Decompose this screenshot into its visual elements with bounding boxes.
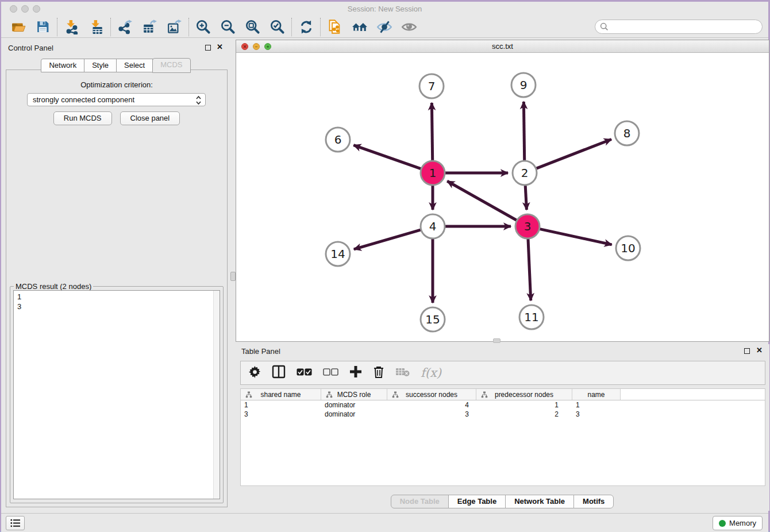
tab-motifs[interactable]: Motifs — [573, 495, 614, 508]
mcds-result-title: MCDS result (2 nodes) — [14, 282, 93, 291]
session-title: Session: New Session — [1, 5, 768, 13]
graph-edge-4-14[interactable] — [354, 230, 421, 249]
column-header-predecessor-nodes[interactable]: predecessor nodes — [476, 389, 572, 400]
table-row[interactable]: 3 dominator 3 2 3 — [241, 410, 765, 419]
float-table-panel-icon[interactable] — [744, 348, 750, 354]
result-line-2: 3 — [17, 302, 21, 311]
select-all-checks-icon[interactable] — [297, 368, 312, 378]
float-panel-icon[interactable] — [205, 45, 211, 51]
svg-text:14: 14 — [330, 247, 345, 261]
close-panel-icon[interactable]: ✕ — [217, 43, 223, 51]
duplicate-network-icon[interactable] — [322, 17, 347, 37]
export-image-icon[interactable] — [162, 17, 187, 37]
main-toolbar — [1, 16, 768, 38]
graph-node-9[interactable]: 9 — [511, 73, 536, 97]
search-input[interactable] — [595, 20, 763, 34]
import-network-icon[interactable] — [59, 17, 84, 37]
network-window-title: scc.txt — [236, 42, 769, 51]
function-builder-icon: f(x) — [421, 366, 441, 380]
tab-network-table[interactable]: Network Table — [505, 495, 574, 508]
graph-edge-2-9[interactable] — [523, 102, 524, 160]
mcds-result-textarea[interactable]: 13 — [13, 290, 220, 499]
zoom-in-icon[interactable] — [191, 17, 215, 37]
toolbar-separator — [291, 18, 292, 36]
svg-text:15: 15 — [425, 313, 440, 326]
svg-text:11: 11 — [524, 310, 538, 324]
optimization-criterion-label: Optimization criterion: — [6, 80, 227, 89]
node-table: shared name MCDS role successor nodes pr… — [240, 388, 765, 486]
tab-select[interactable]: Select — [116, 59, 153, 72]
graph-edge-2-8[interactable] — [537, 139, 611, 168]
control-panel: Control Panel ✕ NetworkStyleSelectMCDS O… — [3, 41, 229, 511]
result-line-1: 1 — [17, 292, 21, 301]
graph-edge-2-3[interactable] — [525, 186, 526, 210]
hierarchy-icon — [392, 391, 399, 398]
tab-node-table[interactable]: Node Table — [391, 495, 449, 508]
result-scrollbar[interactable] — [213, 291, 220, 499]
tab-network[interactable]: Network — [41, 59, 84, 72]
criterion-select[interactable]: strongly connected component — [27, 93, 206, 106]
svg-text:9: 9 — [520, 78, 528, 92]
run-mcds-button[interactable]: Run MCDS — [53, 111, 112, 125]
horizontal-splitter-handle[interactable] — [493, 338, 500, 343]
graph-node-10[interactable]: 10 — [616, 236, 640, 260]
zoom-selected-icon[interactable] — [265, 17, 290, 37]
vertical-splitter-handle[interactable] — [230, 272, 236, 281]
graph-node-3[interactable]: 3 — [515, 214, 540, 238]
network-canvas[interactable]: 1234678910111415 — [236, 53, 769, 341]
tab-style[interactable]: Style — [84, 59, 117, 72]
column-header-successor-nodes[interactable]: successor nodes — [387, 389, 476, 400]
toolbar-separator — [110, 18, 111, 36]
settings-gear-icon[interactable] — [249, 366, 261, 380]
memory-label: Memory — [729, 519, 756, 527]
add-column-icon[interactable] — [349, 365, 362, 380]
memory-button[interactable]: Memory — [713, 516, 763, 530]
graph-edge-1-7[interactable] — [432, 103, 432, 160]
column-header-mcds-role[interactable]: MCDS role — [321, 389, 387, 400]
graph-node-6[interactable]: 6 — [326, 128, 350, 152]
split-columns-icon[interactable] — [272, 365, 286, 381]
graph-edge-3-1[interactable] — [447, 181, 517, 220]
svg-text:6: 6 — [334, 133, 342, 147]
table-panel-title: Table Panel — [241, 347, 280, 356]
graph-node-15[interactable]: 15 — [421, 307, 445, 331]
home-views-icon[interactable] — [347, 17, 372, 37]
graph-node-4[interactable]: 4 — [421, 214, 445, 238]
svg-text:3: 3 — [524, 219, 532, 233]
graph-node-1[interactable]: 1 — [421, 161, 445, 185]
close-panel-button[interactable]: Close panel — [120, 111, 180, 125]
tab-edge-table[interactable]: Edge Table — [448, 495, 506, 508]
svg-text:1: 1 — [429, 166, 437, 180]
graph-node-14[interactable]: 14 — [326, 242, 350, 266]
hierarchy-icon — [245, 391, 252, 398]
save-session-icon[interactable] — [30, 17, 55, 37]
toolbar-separator — [320, 18, 321, 36]
zoom-fit-icon[interactable] — [240, 17, 265, 37]
graph-edge-1-6[interactable] — [353, 145, 421, 169]
network-window-titlebar[interactable]: ✕ − + scc.txt — [236, 40, 769, 53]
graph-node-8[interactable]: 8 — [615, 121, 639, 145]
graph-node-2[interactable]: 2 — [513, 161, 537, 185]
toolbar-search — [595, 20, 763, 34]
close-table-panel-icon[interactable]: ✕ — [756, 346, 763, 354]
delete-column-icon[interactable] — [373, 365, 384, 380]
graph-edge-3-11[interactable] — [528, 239, 531, 300]
hide-details-eye-icon[interactable] — [372, 17, 396, 37]
export-network-icon[interactable] — [113, 17, 137, 37]
table-row[interactable]: 1 dominator 4 1 1 — [241, 400, 765, 410]
column-header-name[interactable]: name — [572, 389, 621, 400]
export-table-icon[interactable] — [137, 17, 162, 37]
zoom-out-icon[interactable] — [215, 17, 240, 37]
graph-edge-3-10[interactable] — [540, 229, 611, 245]
task-history-button[interactable] — [6, 516, 25, 530]
graph-node-7[interactable]: 7 — [419, 74, 444, 98]
graph-node-11[interactable]: 11 — [519, 305, 544, 329]
column-header-shared-name[interactable]: shared name — [241, 389, 321, 400]
open-session-icon[interactable] — [6, 17, 30, 37]
import-table-icon[interactable] — [84, 17, 109, 37]
refresh-icon[interactable] — [294, 17, 318, 37]
tab-mcds[interactable]: MCDS — [152, 58, 190, 73]
svg-text:10: 10 — [621, 241, 635, 255]
application-window: Session: New Session — [0, 0, 770, 532]
deselect-all-checks-icon[interactable] — [323, 368, 338, 378]
